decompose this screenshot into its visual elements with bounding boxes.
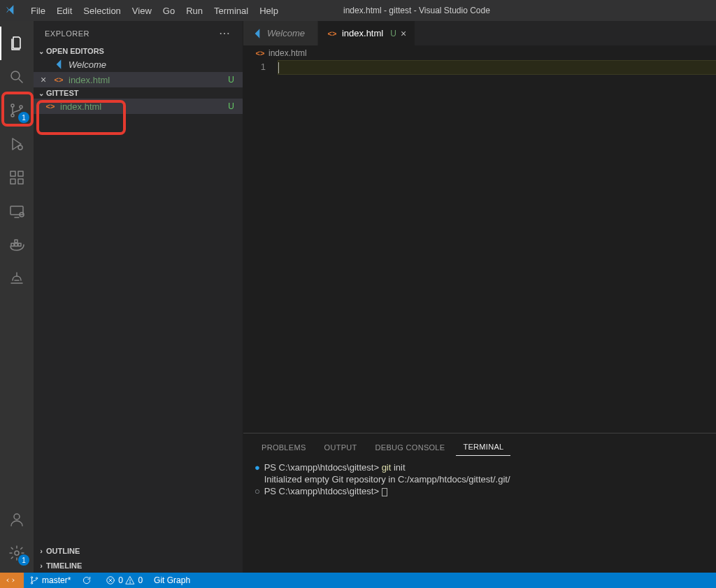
workspace-file-indexhtml[interactable]: <> index.html U: [34, 99, 243, 114]
menu-run[interactable]: Run: [180, 3, 208, 19]
editor-area: Welcome <> index.html U × <> index.html …: [243, 21, 716, 573]
vscode-logo-icon: [6, 4, 18, 17]
timeline-section[interactable]: › TIMELINE: [34, 558, 243, 573]
activity-genie[interactable]: [0, 261, 34, 295]
monitor-icon: [8, 203, 25, 220]
editor-tabs: Welcome <> index.html U ×: [243, 21, 716, 45]
error-icon: [106, 575, 115, 585]
activity-accounts[interactable]: [0, 503, 34, 536]
line-number: 1: [243, 62, 266, 72]
chevron-down-icon: ⌄: [36, 48, 46, 55]
svg-rect-6: [10, 179, 15, 184]
sidebar-more-icon[interactable]: ⋯: [219, 27, 231, 40]
close-icon[interactable]: ×: [41, 74, 46, 85]
terminal-l3-prefix: PS C:\xampp\htdocs\gittest>: [264, 486, 382, 496]
html-icon: <>: [327, 28, 338, 39]
activity-remote-explorer[interactable]: [0, 194, 34, 228]
terminal-body[interactable]: ● PS C:\xampp\htdocs\gittest> git init I…: [243, 456, 716, 573]
activity-source-control[interactable]: 1: [0, 94, 34, 127]
html-icon: <>: [53, 74, 64, 85]
html-icon: <>: [45, 101, 56, 112]
svg-rect-8: [18, 171, 23, 176]
panel-tabs: PROBLEMS OUTPUT DEBUG CONSOLE TERMINAL: [243, 433, 716, 456]
activity-extensions[interactable]: [0, 161, 34, 194]
activity-search[interactable]: [0, 60, 34, 94]
open-editor-indexhtml-label: index.html: [69, 75, 110, 85]
panel-tab-terminal[interactable]: TERMINAL: [456, 438, 510, 456]
svg-point-15: [14, 514, 20, 519]
outline-section[interactable]: › OUTLINE: [34, 543, 243, 558]
open-editor-indexhtml[interactable]: × <> index.html U: [34, 72, 243, 87]
files-icon: [8, 35, 25, 52]
timeline-label: TIMELINE: [46, 561, 82, 570]
status-problems[interactable]: 0 0: [100, 573, 148, 588]
menubar: File Edit Selection View Go Run Terminal…: [0, 0, 716, 21]
sidebar-title: EXPLORER: [45, 29, 90, 38]
terminal-l1-rest: init: [391, 462, 405, 473]
ring-icon: ○: [255, 485, 262, 497]
open-editors-header[interactable]: ⌄ OPEN EDITORS: [34, 45, 243, 57]
status-sync[interactable]: [76, 573, 100, 588]
terminal-cursor: [382, 488, 387, 496]
svg-point-16: [15, 551, 19, 555]
sidebar-explorer: EXPLORER ⋯ ⌄ OPEN EDITORS Welcome × <> i…: [34, 21, 243, 573]
activity-settings[interactable]: 1: [0, 536, 34, 570]
activity-bar: 1 1: [0, 21, 34, 573]
sidebar-header: EXPLORER ⋯: [34, 21, 243, 45]
close-icon[interactable]: ×: [401, 28, 406, 39]
chevron-down-icon: ⌄: [36, 89, 46, 97]
svg-point-4: [18, 145, 22, 150]
terminal-l1-prefix: PS C:\xampp\htdocs\gittest>: [264, 462, 382, 473]
docker-icon: [8, 236, 25, 253]
activity-run-debug[interactable]: [0, 127, 34, 161]
settings-badge: 1: [18, 554, 29, 566]
terminal-l1-kw: git: [382, 462, 392, 473]
menu-file[interactable]: File: [25, 3, 51, 19]
statusbar: master* 0 0 Git Graph: [0, 573, 716, 588]
status-git-graph[interactable]: Git Graph: [148, 573, 196, 588]
breadcrumb[interactable]: <> index.html: [243, 45, 716, 61]
open-editor-welcome[interactable]: Welcome: [34, 57, 243, 72]
warning-icon: [125, 575, 135, 585]
menu-go[interactable]: Go: [157, 3, 180, 19]
text-cursor: [278, 62, 279, 73]
menu-edit[interactable]: Edit: [51, 3, 78, 19]
workspace-header[interactable]: ⌄ GITTEST: [34, 87, 243, 99]
panel-tab-output[interactable]: OUTPUT: [317, 439, 364, 456]
window-title: index.html - gittest - Visual Studio Cod…: [343, 6, 490, 15]
status-branch[interactable]: master*: [24, 573, 76, 588]
terminal-line-3: ○ PS C:\xampp\htdocs\gittest>: [255, 485, 705, 497]
open-editors-label: OPEN EDITORS: [46, 47, 104, 55]
panel-tab-debugconsole[interactable]: DEBUG CONSOLE: [368, 439, 452, 456]
menu-selection[interactable]: Selection: [78, 3, 126, 19]
panel-tab-problems[interactable]: PROBLEMS: [255, 439, 313, 456]
svg-rect-13: [18, 243, 21, 246]
activity-explorer[interactable]: [0, 27, 34, 60]
panel: PROBLEMS OUTPUT DEBUG CONSOLE TERMINAL ●…: [243, 433, 716, 573]
code-area[interactable]: 1: [243, 61, 716, 433]
status-remote[interactable]: [0, 573, 24, 588]
activity-docker[interactable]: [0, 228, 34, 261]
menu-terminal[interactable]: Terminal: [208, 3, 254, 19]
activity-bottom: 1: [0, 503, 34, 570]
code-line-1[interactable]: [278, 61, 716, 74]
open-editor-welcome-label: Welcome: [69, 59, 106, 70]
tab-indexhtml[interactable]: <> index.html U ×: [318, 21, 415, 45]
workspace-file-indexhtml-status: U: [228, 101, 234, 111]
html-icon: <>: [255, 48, 266, 59]
tab-welcome[interactable]: Welcome: [243, 21, 318, 45]
sync-icon: [82, 575, 92, 585]
source-control-badge: 1: [18, 112, 29, 123]
menu-help[interactable]: Help: [254, 3, 284, 19]
svg-point-0: [11, 71, 20, 80]
code-body[interactable]: [278, 61, 716, 433]
breadcrumb-label: index.html: [268, 48, 307, 58]
chevron-right-icon: ›: [36, 547, 46, 555]
account-icon: [8, 511, 25, 528]
remote-icon: [6, 575, 15, 585]
status-git-graph-label: Git Graph: [154, 575, 190, 585]
menu-view[interactable]: View: [127, 3, 157, 19]
branch-icon: [29, 575, 39, 585]
svg-rect-12: [15, 243, 17, 246]
vscode-icon: [53, 59, 64, 70]
